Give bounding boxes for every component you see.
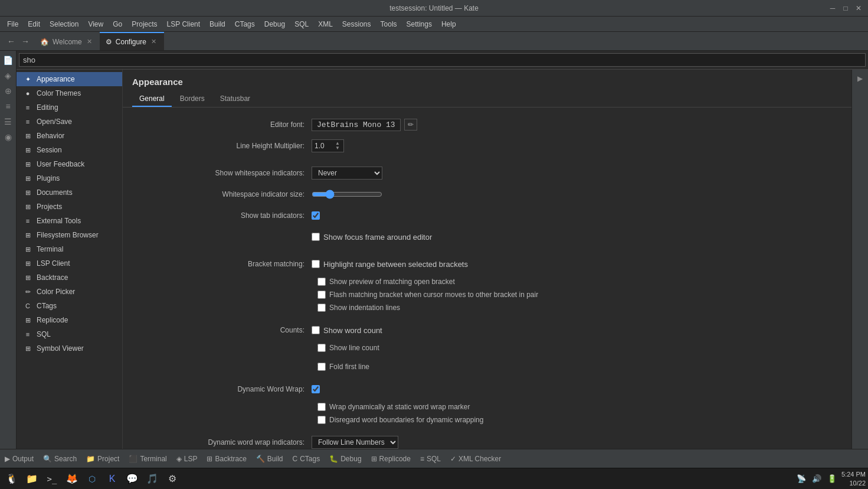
bottom-sql[interactable]: ≡ SQL: [420, 455, 441, 463]
show-word-count-checkbox[interactable]: [312, 326, 320, 334]
tab-configure[interactable]: ⚙ Configure ✕: [100, 32, 164, 50]
sidebar-git-icon[interactable]: ◈: [1, 69, 15, 83]
bracket-preview-checkbox[interactable]: [317, 278, 326, 286]
taskbar-app-firefox[interactable]: 🦊: [63, 470, 81, 488]
bracket-flash-checkbox[interactable]: [317, 291, 326, 299]
menu-file[interactable]: File: [2, 18, 23, 30]
dynamic-word-wrap-checkbox[interactable]: [312, 385, 320, 393]
menu-tools[interactable]: Tools: [376, 18, 402, 30]
menu-debug[interactable]: Debug: [260, 18, 290, 30]
nav-item-appearance[interactable]: ✦ Appearance: [17, 72, 122, 86]
wrap-static-checkbox[interactable]: [317, 403, 326, 411]
tab-statusbar[interactable]: Statusbar: [213, 92, 257, 107]
taskbar-app-menu[interactable]: 🐧: [2, 470, 21, 488]
nav-item-symbol-viewer[interactable]: ⊞ Symbol Viewer: [17, 341, 122, 356]
bottom-xml-checker[interactable]: ✓ XML Checker: [450, 455, 501, 463]
menu-xml[interactable]: XML: [313, 18, 338, 30]
bottom-lsp[interactable]: ◈ LSP: [176, 455, 198, 463]
right-panel-btn1[interactable]: ▶: [854, 72, 867, 85]
bottom-output[interactable]: ▶ Output: [5, 455, 34, 463]
maximize-button[interactable]: □: [841, 4, 850, 13]
nav-item-ctags[interactable]: C CTags: [17, 299, 122, 313]
nav-item-color-picker[interactable]: ✏ Color Picker: [17, 285, 122, 299]
bottom-backtrace[interactable]: ⊞ Backtrace: [207, 455, 246, 463]
nav-item-filesystem-browser[interactable]: ⊞ Filesystem Browser: [17, 228, 122, 242]
fold-first-checkbox[interactable]: [317, 363, 326, 371]
show-tab-checkbox[interactable]: [312, 211, 320, 220]
minimize-button[interactable]: ─: [828, 4, 837, 13]
taskbar-app-code[interactable]: ⬡: [83, 470, 101, 488]
show-line-count-checkbox[interactable]: [317, 344, 326, 352]
nav-item-color-themes[interactable]: ● Color Themes: [17, 86, 122, 100]
line-height-input[interactable]: [315, 142, 335, 150]
nav-item-session[interactable]: ⊞ Session: [17, 143, 122, 157]
menu-lsp[interactable]: LSP Client: [162, 18, 205, 30]
taskbar-app-music[interactable]: 🎵: [143, 470, 162, 488]
nav-item-backtrace[interactable]: ⊞ Backtrace: [17, 270, 122, 285]
menu-view[interactable]: View: [83, 18, 108, 30]
sidebar-bookmarks-icon[interactable]: ☰: [1, 115, 15, 129]
nav-item-behavior[interactable]: ⊞ Behavior: [17, 129, 122, 143]
taskbar-app-kate[interactable]: K: [103, 470, 122, 488]
nav-forward-button[interactable]: →: [19, 35, 32, 47]
tab-configure-close[interactable]: ✕: [150, 38, 158, 46]
spin-down-button[interactable]: ▼: [335, 146, 340, 151]
bottom-debug[interactable]: 🐛 Debug: [329, 455, 361, 463]
editor-font-edit-button[interactable]: ✏: [404, 119, 417, 131]
close-button[interactable]: ✕: [854, 4, 863, 13]
tab-general[interactable]: General: [132, 92, 172, 107]
tab-welcome-close[interactable]: ✕: [86, 38, 94, 46]
nav-back-button[interactable]: ←: [5, 35, 18, 47]
nav-item-lsp-client[interactable]: ⊞ LSP Client: [17, 256, 122, 270]
menu-selection[interactable]: Selection: [45, 18, 83, 30]
nav-item-terminal[interactable]: ⊞ Terminal: [17, 242, 122, 256]
nav-item-user-feedback[interactable]: ⊞ User Feedback: [17, 157, 122, 171]
menu-ctags[interactable]: CTags: [230, 18, 260, 30]
disregard-row: Disregard word boundaries for dynamic wr…: [146, 416, 828, 424]
nav-item-sql[interactable]: ≡ SQL: [17, 327, 122, 341]
nav-item-editing[interactable]: ≡ Editing: [17, 100, 122, 115]
tab-configure-icon: ⚙: [106, 38, 112, 46]
menu-help[interactable]: Help: [437, 18, 461, 30]
menu-build[interactable]: Build: [205, 18, 230, 30]
menu-settings[interactable]: Settings: [402, 18, 437, 30]
bottom-replicode[interactable]: ⊞ Replicode: [371, 455, 411, 463]
sidebar-terminal-icon[interactable]: ≡: [1, 99, 15, 113]
disregard-checkbox[interactable]: [317, 416, 326, 424]
tab-welcome[interactable]: 🏠 Welcome ✕: [34, 32, 100, 50]
show-focus-checkbox[interactable]: [312, 233, 320, 241]
menu-projects[interactable]: Projects: [127, 18, 162, 30]
show-whitespace-select[interactable]: Never Always On Selection: [312, 167, 382, 180]
menu-edit[interactable]: Edit: [23, 18, 45, 30]
taskbar-app-chat[interactable]: 💬: [123, 470, 142, 488]
menu-sessions[interactable]: Sessions: [338, 18, 376, 30]
sidebar-files-icon[interactable]: 📄: [1, 53, 15, 67]
nav-item-documents[interactable]: ⊞ Documents: [17, 185, 122, 200]
bottom-terminal[interactable]: ⬛ Terminal: [129, 455, 166, 463]
taskbar-app-files[interactable]: 📁: [22, 470, 41, 488]
dynamic-indicators-select[interactable]: Follow Line Numbers Always On Off: [312, 436, 398, 449]
sidebar-projects-icon[interactable]: ◉: [1, 130, 15, 144]
bottom-search[interactable]: 🔍 Search: [43, 455, 77, 463]
nav-item-external-tools[interactable]: ≡ External Tools: [17, 214, 122, 228]
nav-item-plugins[interactable]: ⊞ Plugins: [17, 171, 122, 185]
search-input[interactable]: [19, 53, 866, 67]
nav-item-replicode[interactable]: ⊞ Replicode: [17, 313, 122, 327]
bracket-highlight-checkbox[interactable]: [312, 260, 320, 268]
tray-network-icon[interactable]: 📡: [795, 473, 807, 484]
sidebar-search-icon[interactable]: ⊕: [1, 84, 15, 98]
taskbar-app-terminal[interactable]: >_: [42, 470, 61, 488]
menu-sql[interactable]: SQL: [290, 18, 313, 30]
bottom-project[interactable]: 📁 Project: [86, 455, 119, 463]
tray-battery-icon[interactable]: 🔋: [826, 473, 838, 484]
bracket-indent-checkbox[interactable]: [317, 304, 326, 312]
menu-go[interactable]: Go: [108, 18, 127, 30]
nav-item-projects[interactable]: ⊞ Projects: [17, 200, 122, 214]
bottom-build[interactable]: 🔨 Build: [256, 455, 283, 463]
tray-volume-icon[interactable]: 🔊: [811, 473, 823, 484]
tab-borders[interactable]: Borders: [173, 92, 212, 107]
nav-item-open-save[interactable]: ≡ Open/Save: [17, 115, 122, 129]
whitespace-size-slider[interactable]: [312, 190, 382, 199]
bottom-ctags[interactable]: C CTags: [293, 455, 320, 463]
taskbar-app-settings[interactable]: ⚙: [163, 470, 182, 488]
